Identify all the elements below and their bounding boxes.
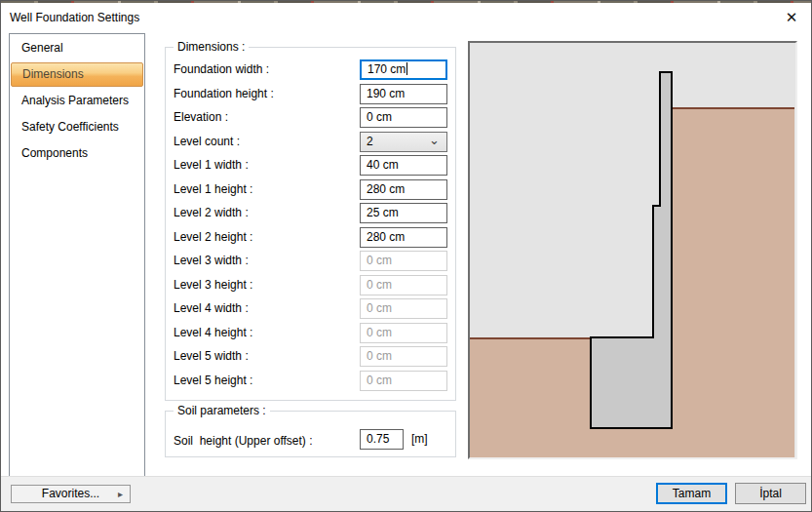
level-1-height-label: Level 1 height : — [174, 179, 252, 200]
footer-bar: Favorites... ▸ Tamam İptal — [1, 476, 811, 511]
level-2-width-input[interactable]: 25 cm — [360, 203, 447, 223]
soil-height-input[interactable]: 0.75 — [360, 429, 404, 450]
well-foundation-settings-dialog: Well Foundation Settings ✕ GeneralDimens… — [0, 0, 812, 512]
level-4-width-input: 0 cm — [360, 298, 447, 319]
level-2-width-label: Level 2 width : — [174, 203, 249, 223]
foundation-width-label: Foundation width : — [174, 59, 269, 80]
close-button[interactable]: ✕ — [777, 6, 806, 29]
level-5-width-label: Level 5 width : — [174, 346, 249, 367]
level-3-height-input: 0 cm — [360, 275, 447, 295]
dimensions-group: Dimensions : Foundation width :170 cmFou… — [165, 47, 456, 401]
cancel-button[interactable]: İptal — [735, 483, 806, 504]
soil-height-unit: [m] — [411, 429, 428, 450]
settings-category-list: GeneralDimensionsAnalysis ParametersSafe… — [9, 33, 145, 477]
level-4-width-label: Level 4 width : — [174, 298, 249, 319]
level-5-width-input: 0 cm — [360, 346, 447, 367]
dimensions-group-title: Dimensions : — [174, 40, 249, 54]
level-1-width-label: Level 1 width : — [174, 155, 249, 176]
elevation-label: Elevation : — [174, 107, 228, 128]
level-1-height-input[interactable]: 280 cm — [360, 179, 447, 200]
close-icon: ✕ — [786, 9, 798, 25]
foundation-height-input[interactable]: 190 cm — [360, 84, 447, 104]
level-5-height-input: 0 cm — [360, 371, 447, 391]
level-4-height-label: Level 4 height : — [174, 323, 252, 343]
sidebar-item-analysis-parameters[interactable]: Analysis Parameters — [11, 89, 143, 113]
foundation-width-input[interactable]: 170 cm — [360, 59, 447, 80]
favorites-arrow-icon: ▸ — [118, 486, 123, 502]
favorites-button[interactable]: Favorites... ▸ — [11, 485, 131, 503]
ok-button-label: Tamam — [673, 487, 711, 500]
soil-parameters-group: Soil parameters : Soil height (Upper off… — [165, 411, 456, 457]
sidebar-item-general[interactable]: General — [11, 36, 143, 60]
window-title: Well Foundation Settings — [10, 11, 139, 24]
level-count-label: Level count : — [174, 132, 240, 152]
level-2-height-label: Level 2 height : — [174, 227, 252, 248]
soil-height-label: Soil height (Upper offset) : — [174, 431, 313, 452]
chevron-down-icon: ⌄ — [429, 131, 440, 149]
soil-parameters-group-title: Soil parameters : — [174, 404, 270, 417]
level-2-height-input[interactable]: 280 cm — [360, 227, 447, 248]
level-4-height-input: 0 cm — [360, 323, 447, 343]
level-count-select[interactable]: 2⌄ — [360, 132, 447, 152]
level-count-value: 2 — [367, 135, 373, 148]
elevation-input[interactable]: 0 cm — [360, 107, 447, 128]
level-3-height-label: Level 3 height : — [174, 275, 252, 295]
cancel-button-label: İptal — [759, 487, 782, 500]
sidebar-item-components[interactable]: Components — [11, 141, 143, 166]
level-1-width-input[interactable]: 40 cm — [360, 155, 447, 176]
level-3-width-input: 0 cm — [360, 251, 447, 271]
favorites-button-label: Favorites... — [42, 487, 99, 500]
level-5-height-label: Level 5 height : — [174, 371, 252, 391]
foundation-preview — [468, 41, 797, 459]
foundation-height-label: Foundation height : — [174, 84, 274, 104]
text-cursor — [406, 62, 407, 75]
ok-button[interactable]: Tamam — [656, 483, 727, 504]
title-bar: Well Foundation Settings ✕ — [1, 3, 811, 32]
sidebar-item-safety-coefficients[interactable]: Safety Coefficients — [11, 115, 143, 139]
level-3-width-label: Level 3 width : — [174, 251, 249, 271]
sidebar-item-dimensions[interactable]: Dimensions — [11, 62, 143, 87]
